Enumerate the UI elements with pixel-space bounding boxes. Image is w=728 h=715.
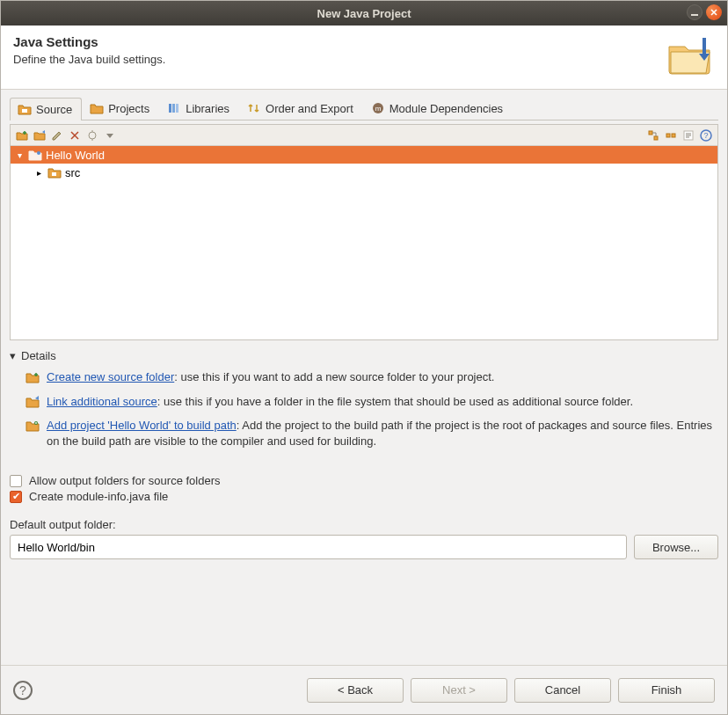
tab-module-deps[interactable]: m Module Dependencies <box>363 97 513 120</box>
module-info-label: Create module-info.java file <box>29 490 168 503</box>
svg-rect-1 <box>703 38 706 54</box>
tab-projects[interactable]: Projects <box>82 97 159 120</box>
source-folder-icon <box>18 102 32 116</box>
new-folder-icon <box>25 370 40 384</box>
svg-point-8 <box>89 132 96 139</box>
chevron-down-icon: ▾ <box>10 349 16 362</box>
cancel-button[interactable]: Cancel <box>514 678 611 703</box>
expand-all-button[interactable] <box>645 128 661 143</box>
allow-output-label: Allow output folders for source folders <box>29 474 221 487</box>
tree-src-label: src <box>65 166 80 179</box>
output-folder-input[interactable] <box>10 535 627 559</box>
details-heading: Details <box>21 349 56 362</box>
browse-button[interactable]: Browse... <box>634 535 718 559</box>
svg-rect-12 <box>672 134 675 137</box>
help-button[interactable]: ? <box>13 681 33 700</box>
add-project-link[interactable]: Add project 'Hello World' to build path <box>47 419 237 432</box>
collapse-all-button[interactable] <box>663 128 679 143</box>
tree-root-label: Hello World <box>46 149 105 162</box>
build-path-tabs: Source Projects Libraries Order and Expo… <box>10 97 718 120</box>
link-source-link[interactable]: Link additional source <box>47 395 157 408</box>
tree-src-row[interactable]: ▸ src <box>11 164 717 181</box>
svg-rect-10 <box>654 136 658 140</box>
libraries-icon <box>167 101 181 115</box>
tab-label: Libraries <box>186 102 229 115</box>
tab-source[interactable]: Source <box>10 98 82 120</box>
tab-label: Projects <box>108 102 149 115</box>
toggle-button[interactable] <box>84 128 100 143</box>
project-icon <box>28 149 42 161</box>
svg-rect-5 <box>176 104 178 113</box>
svg-text:?: ? <box>703 131 708 140</box>
source-tree[interactable]: ▾ Hello World ▸ src <box>11 146 717 339</box>
detail-item-create: Create new source folder: use this if yo… <box>25 369 718 385</box>
projects-icon <box>90 101 104 115</box>
svg-rect-17 <box>52 172 56 176</box>
create-source-link[interactable]: Create new source folder <box>47 370 174 383</box>
svg-rect-9 <box>649 131 652 135</box>
source-toolbar: ? <box>11 125 717 146</box>
expand-icon[interactable]: ▸ <box>33 168 44 178</box>
tab-label: Source <box>36 103 72 116</box>
remove-button[interactable] <box>67 128 83 143</box>
output-folder-label: Default output folder: <box>10 518 718 531</box>
tab-label: Module Dependencies <box>389 102 503 115</box>
back-button[interactable]: < Back <box>307 678 404 703</box>
window-title: New Java Project <box>317 7 411 20</box>
window-titlebar: New Java Project <box>1 1 727 26</box>
edit-button[interactable] <box>49 128 65 143</box>
collapse-icon[interactable]: ▾ <box>14 150 25 160</box>
page-subtitle: Define the Java build settings. <box>13 53 165 66</box>
add-project-icon <box>25 419 40 433</box>
add-folder-button[interactable] <box>14 128 30 143</box>
next-button[interactable]: Next > <box>411 678 507 703</box>
svg-rect-0 <box>691 14 698 16</box>
svg-rect-4 <box>172 104 175 113</box>
page-title: Java Settings <box>13 34 165 49</box>
wizard-header: Java Settings Define the Java build sett… <box>1 26 727 90</box>
tab-label: Order and Export <box>266 102 353 115</box>
package-folder-icon <box>47 166 62 179</box>
link-source-button[interactable] <box>32 128 47 143</box>
link-folder-icon <box>25 395 40 409</box>
folder-java-icon <box>666 34 715 77</box>
module-info-checkbox[interactable]: ✔ <box>10 491 22 503</box>
svg-rect-3 <box>169 104 171 113</box>
svg-point-16 <box>37 151 40 155</box>
module-icon: m <box>371 101 385 115</box>
tree-root-row[interactable]: ▾ Hello World <box>11 146 717 164</box>
finish-button[interactable]: Finish <box>618 678 715 703</box>
tab-order-export[interactable]: Order and Export <box>239 97 363 120</box>
svg-rect-2 <box>22 109 27 113</box>
close-button[interactable] <box>706 4 722 20</box>
detail-item-add-project: Add project 'Hello World' to build path:… <box>25 418 718 449</box>
help-icon[interactable]: ? <box>698 128 714 143</box>
dropdown-button[interactable] <box>102 128 118 143</box>
order-export-icon <box>247 101 261 115</box>
tab-libraries[interactable]: Libraries <box>159 97 239 120</box>
details-toggle[interactable]: ▾ Details <box>10 349 718 362</box>
detail-item-link: Link additional source: use this if you … <box>25 394 718 410</box>
filter-button[interactable] <box>681 128 696 143</box>
svg-text:m: m <box>375 105 381 113</box>
svg-rect-11 <box>666 134 670 137</box>
minimize-button[interactable] <box>687 4 703 20</box>
allow-output-checkbox[interactable] <box>10 475 22 487</box>
